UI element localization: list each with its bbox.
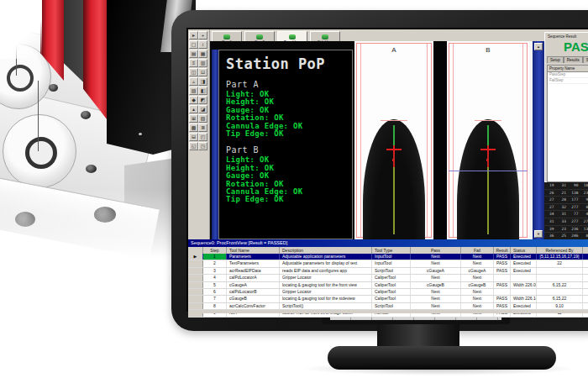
tool-icon[interactable]: ◱ xyxy=(189,142,198,150)
gauge-line-found xyxy=(393,125,395,147)
grid-cell: 246 xyxy=(569,233,581,239)
feature-point xyxy=(392,159,395,161)
tool-icon[interactable]: ▦ xyxy=(198,50,207,58)
cell-tool-type: ScriptTool xyxy=(372,303,411,309)
table-row[interactable]: 2 TextParameters Adjustable parameters f… xyxy=(188,260,588,267)
inspection-image-b[interactable]: B xyxy=(447,41,529,239)
scroll-down-button[interactable]: ▼ xyxy=(534,230,543,238)
inspection-image-a[interactable]: A xyxy=(354,41,433,239)
tool-icon[interactable]: ▩ xyxy=(189,123,198,132)
cell-extra xyxy=(583,275,588,281)
tool-icon[interactable]: ◩ xyxy=(198,96,207,104)
grid-cell: 19 xyxy=(544,182,557,189)
grid-cell: 86 xyxy=(581,204,588,211)
tool-icon[interactable]: ▤ xyxy=(189,50,198,58)
cell-pass: Next xyxy=(411,289,461,295)
tool-icon[interactable]: ▧ xyxy=(198,114,207,123)
table-row[interactable]: ▶ 1 Parameters Adjustable application pa… xyxy=(188,254,588,260)
grid-row: 19 31 90 181 xyxy=(544,182,588,190)
tool-icon[interactable]: ⊟ xyxy=(189,133,198,141)
grid-cell: 238 xyxy=(581,190,588,197)
tool-icon[interactable]: ▢ xyxy=(189,40,198,49)
property-row[interactable]: FailStep xyxy=(548,78,588,84)
table-row[interactable]: 6 calPdLocatorB Gripper Locator CaliperT… xyxy=(188,289,588,296)
table-row[interactable]: 5 cGaugeA locating & gauging tool for th… xyxy=(188,282,588,289)
tool-icon[interactable]: + xyxy=(198,31,207,39)
grid-row: 39 23 236 138 xyxy=(544,226,588,234)
cell-description: ScriptTool() xyxy=(280,303,372,309)
cell-pass: Next xyxy=(411,296,461,302)
tool-icon[interactable]: ↕ xyxy=(198,40,207,49)
tip-edge-marker xyxy=(475,120,501,121)
property-rows: PassStepFailStep xyxy=(548,72,588,84)
cell-tool-type: CaliperTool xyxy=(372,296,411,302)
tool-icon[interactable]: ≣ xyxy=(198,123,207,132)
tool-icon[interactable]: ◧ xyxy=(198,87,207,95)
header-step[interactable]: Step xyxy=(203,247,227,254)
tool-icon[interactable]: ◆ xyxy=(189,96,198,104)
sequence-table-titlebar[interactable]: Sequence0: ProcFrontView [Result = PASSE… xyxy=(188,239,588,247)
header-tool-type[interactable]: Tool Type xyxy=(372,247,411,254)
cell-extra xyxy=(583,268,588,274)
cell-description: locating & gauging tool for the front vi… xyxy=(280,282,372,288)
tool-icon[interactable]: ⊞ xyxy=(189,114,198,123)
grid-cell: 82 xyxy=(581,233,588,239)
tool-icon[interactable]: ▨ xyxy=(189,87,198,95)
tool-icon[interactable]: ◪ xyxy=(198,105,207,113)
stage: ▸+▢↕▤▦≡▥◫⊡▵◨▨◧◆◩▴◪⊞▧▩≣⊟◰◱◳ Cam1 Cam2 Fro… xyxy=(0,0,588,378)
grid-cell: 34 xyxy=(544,211,557,218)
tool-icon[interactable]: ▸ xyxy=(189,31,198,39)
scroll-up-button[interactable]: ▲ xyxy=(534,43,543,50)
cell-description: locating & gauging tool for the sideview xyxy=(280,296,372,302)
cell-step: 4 xyxy=(203,275,227,281)
crosshair-icon xyxy=(393,145,395,153)
property-list-header[interactable]: Property Name xyxy=(548,66,588,72)
grid-cell: 31 xyxy=(544,218,557,225)
table-row[interactable]: 3 acrReadEIPData reads EIP data and conf… xyxy=(188,268,588,275)
header-extra xyxy=(583,247,588,254)
tool-icon[interactable]: ▥ xyxy=(198,59,207,67)
tool-icon[interactable]: ▵ xyxy=(189,77,198,86)
grid-cell: 39 xyxy=(544,226,557,233)
white-fade-corner xyxy=(0,0,42,59)
row-marker xyxy=(188,260,203,266)
property-row[interactable]: PassStep xyxy=(548,72,588,78)
cell-extra xyxy=(583,254,588,260)
panel-gap xyxy=(433,41,447,239)
tool-icon[interactable]: ≡ xyxy=(189,59,198,67)
image-window-left-edge xyxy=(212,50,218,239)
cell-result: PASS xyxy=(494,254,511,260)
table-row[interactable]: 8 acrCalcConvFactor ScriptTool() ScriptT… xyxy=(188,303,588,310)
tool-icon[interactable]: ◳ xyxy=(198,142,207,150)
cell-description: reads EIP data and configures app xyxy=(280,268,372,274)
cell-result: PASS xyxy=(494,260,511,266)
cell-referenced-by: 6,15,22 xyxy=(537,296,583,302)
cell-fail: Next xyxy=(461,275,494,281)
header-pass[interactable]: Pass xyxy=(411,247,461,254)
tool-icon[interactable]: ◰ xyxy=(198,133,207,141)
tool-icon[interactable]: ▴ xyxy=(189,105,198,113)
cell-pass: Next xyxy=(411,254,461,260)
grid-cell: 25 xyxy=(557,233,570,239)
sequence-result-status: PASSED xyxy=(564,39,588,54)
tool-icon[interactable]: ◨ xyxy=(198,77,207,86)
table-row[interactable]: 7 cGaugeB locating & gauging tool for th… xyxy=(188,296,588,302)
header-result[interactable]: Result xyxy=(494,247,511,254)
tool-icon[interactable]: ⊡ xyxy=(198,68,207,76)
result-tab[interactable]: Seq xyxy=(583,56,588,63)
header-tool-name[interactable]: Tool Name xyxy=(227,247,280,254)
vision-software-window: ▸+▢↕▤▦≡▥◫⊡▵◨▨◧◆◩▴◪⊞▧▩≣⊟◰◱◳ Cam1 Cam2 Fro… xyxy=(186,28,588,312)
header-referenced-by[interactable]: Referenced By xyxy=(537,247,583,254)
header-description[interactable]: Description xyxy=(280,247,372,254)
grid-row: 34 31 77 48 xyxy=(544,211,588,218)
header-fail[interactable]: Fail xyxy=(461,247,494,254)
header-status[interactable]: Status xyxy=(511,247,537,254)
cell-status: Executed xyxy=(511,254,537,260)
result-tab[interactable]: Setup xyxy=(547,56,564,63)
tool-icon[interactable]: ◫ xyxy=(189,68,198,76)
check-line: Tip Edge: OK xyxy=(226,130,345,138)
result-tab[interactable]: Results xyxy=(564,56,583,63)
grid-cell: 275 xyxy=(581,218,588,225)
cell-tool-name: cGaugeB xyxy=(227,296,280,302)
table-row[interactable]: 4 calPdLocatorA Gripper Locator CaliperT… xyxy=(188,275,588,281)
